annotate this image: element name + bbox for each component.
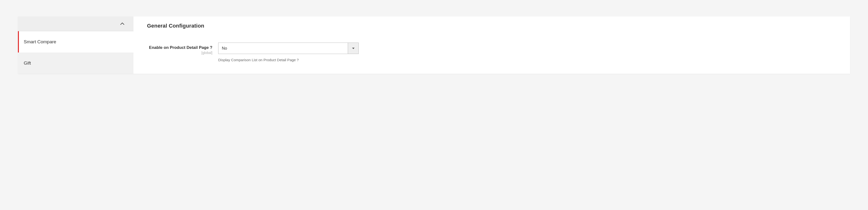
sidebar-item-label: Smart Compare [24, 39, 56, 44]
caret-down-icon [348, 43, 359, 54]
field-label-column: Enable on Product Detail Page ? [global] [147, 43, 212, 55]
content-area: General Configuration Enable on Product … [133, 16, 850, 74]
enable-pdp-select[interactable]: No [218, 43, 359, 54]
config-panel: Smart Compare Gift General Configuration… [18, 16, 850, 74]
sidebar-item-label: Gift [24, 61, 31, 66]
sidebar-item-gift[interactable]: Gift [18, 53, 133, 74]
sidebar-collapse-header[interactable] [18, 16, 133, 31]
sidebar-item-smart-compare[interactable]: Smart Compare [18, 31, 133, 53]
field-control-column: No Display Comparison List on Product De… [218, 43, 359, 62]
field-enable-pdp: Enable on Product Detail Page ? [global]… [147, 43, 837, 62]
chevron-up-icon [120, 21, 125, 26]
field-hint: Display Comparison List on Product Detai… [218, 58, 359, 62]
select-value: No [218, 43, 348, 54]
field-scope: [global] [147, 51, 212, 55]
section-title: General Configuration [147, 23, 837, 29]
sidebar: Smart Compare Gift [18, 16, 133, 74]
field-label: Enable on Product Detail Page ? [147, 45, 212, 50]
